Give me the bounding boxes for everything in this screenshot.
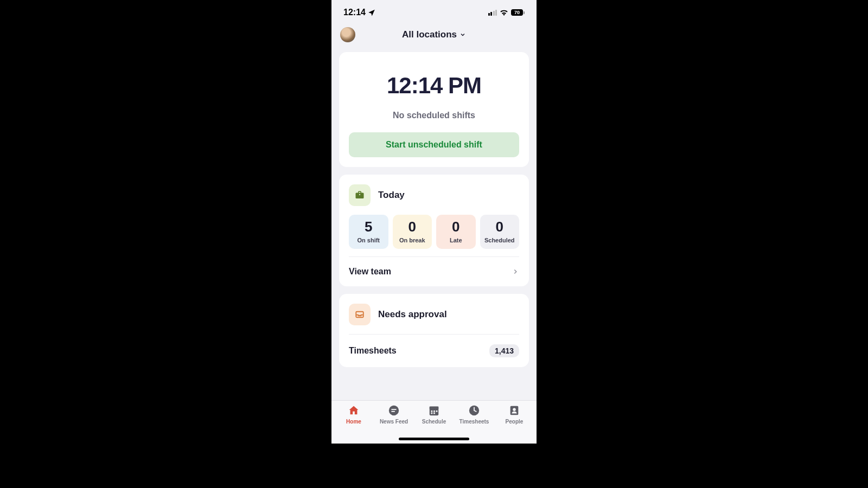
tab-bar: Home News Feed Schedule Timesheets Peopl… [331, 400, 537, 444]
timesheets-label: Timesheets [349, 346, 397, 356]
content-scroll[interactable]: 12:14 PM No scheduled shifts Start unsch… [331, 52, 537, 413]
app-header: All locations [331, 23, 537, 52]
svg-rect-3 [391, 411, 394, 412]
svg-rect-2 [391, 409, 396, 410]
status-time-text: 12:14 [343, 8, 366, 17]
today-card: Today 5 On shift 0 On break 0 Late 0 Sch… [339, 175, 529, 286]
view-team-label: View team [349, 267, 391, 277]
svg-rect-10 [436, 410, 438, 412]
shift-status: No scheduled shifts [349, 111, 519, 120]
svg-point-1 [389, 406, 399, 415]
home-icon [348, 404, 360, 416]
stat-value: 0 [395, 219, 430, 235]
svg-rect-7 [433, 410, 435, 412]
today-title: Today [378, 190, 405, 201]
svg-rect-9 [433, 413, 435, 414]
tab-label: People [506, 419, 524, 425]
svg-rect-8 [431, 413, 433, 414]
chevron-right-icon [512, 268, 519, 275]
stat-on-shift[interactable]: 5 On shift [349, 215, 388, 249]
tab-people[interactable]: People [494, 404, 534, 444]
svg-rect-5 [430, 407, 439, 409]
status-time: 12:14 [343, 8, 375, 17]
approval-header: Needs approval [349, 304, 519, 325]
home-indicator[interactable] [399, 438, 469, 440]
battery-level: 70 [512, 10, 522, 15]
timesheets-row[interactable]: Timesheets 1,413 [349, 335, 519, 367]
calendar-icon [428, 404, 440, 416]
status-bar: 12:14 70 [331, 0, 537, 23]
tab-label: Home [346, 419, 361, 425]
status-icons: 70 [488, 9, 525, 16]
chat-icon [388, 404, 400, 416]
chevron-down-icon [459, 31, 466, 38]
timesheets-count-badge: 1,413 [489, 344, 519, 357]
clock-card: 12:14 PM No scheduled shifts Start unsch… [339, 52, 529, 167]
person-icon [508, 404, 520, 416]
stat-scheduled[interactable]: 0 Scheduled [480, 215, 520, 249]
needs-approval-card: Needs approval Timesheets 1,413 [339, 294, 529, 367]
battery-icon: 70 [511, 9, 525, 16]
current-time: 12:14 PM [349, 73, 519, 99]
approval-title: Needs approval [378, 309, 447, 320]
inbox-icon-box [349, 304, 371, 325]
cellular-signal-icon [488, 10, 497, 16]
stat-value: 5 [351, 219, 386, 235]
stat-label: Late [438, 237, 474, 243]
today-header: Today [349, 184, 519, 206]
clock-icon [468, 404, 480, 416]
tab-label: News Feed [380, 419, 408, 425]
svg-rect-6 [431, 410, 433, 412]
phone-screen: 12:14 70 All locations 12:14 PM [331, 0, 537, 444]
stats-row: 5 On shift 0 On break 0 Late 0 Scheduled [349, 215, 519, 249]
view-team-link[interactable]: View team [349, 257, 519, 286]
stat-label: Scheduled [482, 237, 518, 243]
stat-value: 0 [438, 219, 474, 235]
briefcase-icon [355, 190, 365, 200]
wifi-icon [500, 9, 508, 16]
inbox-icon [355, 310, 365, 319]
start-shift-button[interactable]: Start unscheduled shift [349, 132, 519, 157]
stat-on-break[interactable]: 0 On break [393, 215, 432, 249]
stat-label: On break [395, 237, 430, 243]
location-arrow-icon [368, 9, 375, 16]
location-selector[interactable]: All locations [402, 29, 466, 40]
tab-label: Timesheets [459, 419, 489, 425]
stat-label: On shift [351, 237, 386, 243]
tab-label: Schedule [422, 419, 446, 425]
tab-home[interactable]: Home [334, 404, 374, 444]
briefcase-icon-box [349, 184, 371, 206]
stat-late[interactable]: 0 Late [436, 215, 476, 249]
svg-point-13 [513, 408, 516, 411]
avatar[interactable] [340, 27, 355, 42]
location-label: All locations [402, 29, 457, 40]
stat-value: 0 [482, 219, 518, 235]
